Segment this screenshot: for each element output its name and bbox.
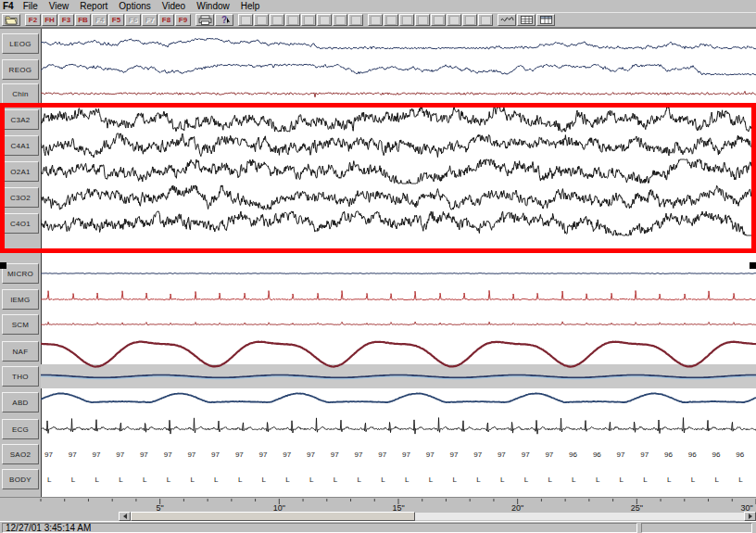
body-position-value: L bbox=[381, 476, 385, 484]
disabled-tool-icon bbox=[335, 16, 346, 25]
disabled-tool-button bbox=[462, 14, 477, 26]
disabled-tool-icon bbox=[449, 16, 460, 25]
disabled-tool-icon bbox=[371, 16, 381, 25]
open-file-button[interactable] bbox=[2, 14, 20, 26]
menu-video[interactable]: Video bbox=[157, 1, 191, 11]
disabled-tool-button bbox=[415, 14, 430, 26]
svg-text:?: ? bbox=[221, 15, 227, 25]
disabled-tool-button bbox=[254, 14, 269, 26]
disabled-tool-button bbox=[478, 14, 493, 26]
body-position-value: L bbox=[667, 476, 672, 484]
disabled-tool-button bbox=[431, 14, 446, 26]
channel-label-leog[interactable]: LEOG bbox=[2, 33, 39, 54]
time-tick-label: 20" bbox=[511, 503, 523, 512]
channel-label-body[interactable]: BODY bbox=[2, 469, 39, 489]
channel-label-micro[interactable]: MICRO bbox=[2, 263, 39, 284]
body-position-value: L bbox=[572, 476, 576, 484]
fkey-button-f4[interactable]: F4 bbox=[92, 14, 107, 26]
sao2-value: 97 bbox=[44, 451, 53, 459]
right-arrow-icon bbox=[749, 514, 752, 519]
body-position-value: L bbox=[453, 476, 458, 484]
body-position-value: L bbox=[190, 476, 195, 484]
channel-label-reog[interactable]: REOG bbox=[2, 59, 39, 80]
menu-view[interactable]: View bbox=[44, 1, 75, 11]
print-button[interactable] bbox=[195, 14, 214, 26]
menu-options[interactable]: Options bbox=[113, 1, 156, 11]
disabled-tool-button bbox=[301, 14, 316, 26]
channel-label-c3a2[interactable]: C3A2 bbox=[2, 109, 39, 130]
help-button[interactable]: ? bbox=[215, 14, 233, 26]
print-icon bbox=[198, 15, 212, 25]
fkey-button-fb[interactable]: FB bbox=[75, 14, 91, 26]
channel-label-scm[interactable]: SCM bbox=[2, 314, 39, 335]
menu-report[interactable]: Report bbox=[74, 1, 113, 11]
waveform-button[interactable] bbox=[498, 14, 516, 26]
channel-label-ecg[interactable]: ECG bbox=[2, 419, 39, 439]
fkey-button-f8[interactable]: F8 bbox=[158, 14, 174, 26]
body-position-value: L bbox=[167, 476, 171, 484]
disabled-tool-icon bbox=[320, 16, 330, 25]
horizontal-scrollbar[interactable] bbox=[0, 512, 756, 521]
body-position-value: L bbox=[715, 476, 720, 484]
sao2-value: 97 bbox=[473, 451, 482, 459]
body-position-value: L bbox=[214, 476, 219, 484]
disabled-tool-button bbox=[285, 14, 300, 26]
fkey-button-f7[interactable]: F7 bbox=[142, 14, 158, 26]
body-position-value: L bbox=[643, 476, 648, 484]
body-position-value: L bbox=[500, 476, 505, 484]
menu-file[interactable]: File bbox=[18, 1, 44, 11]
channel-label-tho[interactable]: THO bbox=[2, 366, 39, 387]
body-position-value: L bbox=[738, 476, 743, 484]
channel-label-c4o1[interactable]: C4O1 bbox=[2, 213, 39, 234]
menu-window[interactable]: Window bbox=[191, 1, 235, 11]
channel-label-abd[interactable]: ABD bbox=[2, 392, 39, 412]
grid-icon bbox=[520, 15, 534, 25]
sao2-value: 97 bbox=[522, 451, 530, 459]
body-position-value: L bbox=[119, 476, 123, 484]
scroll-right-button[interactable] bbox=[744, 512, 756, 521]
sao2-value: 96 bbox=[664, 451, 673, 459]
fkey-button-f5[interactable]: F5 bbox=[108, 14, 124, 26]
menu-help[interactable]: Help bbox=[235, 1, 266, 11]
time-tick-label: 15" bbox=[392, 503, 404, 512]
sao2-value: 96 bbox=[736, 451, 744, 459]
fkey-button-f6[interactable]: F6 bbox=[125, 14, 141, 26]
table-button[interactable] bbox=[536, 14, 555, 26]
fkey-button-fh[interactable]: FH bbox=[42, 14, 57, 26]
channel-label-c3o2[interactable]: C3O2 bbox=[2, 187, 39, 208]
disabled-tool-button bbox=[447, 14, 461, 26]
psg-viewer-window: F4 FileViewReportOptionsVideoWindowHelp … bbox=[0, 0, 756, 533]
status-bar: 12/27/01 3:45:14 AM bbox=[0, 521, 756, 533]
channel-label-c4a1[interactable]: C4A1 bbox=[2, 135, 39, 156]
fkey-button-f2[interactable]: F2 bbox=[25, 14, 41, 26]
sao2-value: 97 bbox=[116, 451, 124, 459]
channel-label-naf[interactable]: NAF bbox=[2, 341, 39, 362]
channel-label-lemg[interactable]: lEMG bbox=[2, 289, 39, 310]
sao2-value: 97 bbox=[331, 451, 339, 459]
grid-button[interactable] bbox=[517, 14, 536, 26]
sao2-value: 97 bbox=[355, 451, 363, 459]
sao2-value: 97 bbox=[211, 451, 220, 459]
channel-label-chin[interactable]: Chin bbox=[2, 83, 39, 104]
disabled-tool-button bbox=[238, 14, 253, 26]
scrollbar-thumb[interactable] bbox=[131, 512, 415, 521]
sao2-value: 97 bbox=[259, 451, 268, 459]
trace-area: 9797979797979797979797979797979797979797… bbox=[0, 28, 756, 497]
body-position-value: L bbox=[524, 476, 529, 484]
channel-label-sao2[interactable]: SAO2 bbox=[2, 444, 39, 464]
event-marker-left[interactable] bbox=[0, 262, 6, 269]
time-tick-label: 5" bbox=[157, 503, 164, 512]
disabled-tool-icon bbox=[418, 16, 428, 25]
disabled-tool-icon bbox=[402, 16, 412, 25]
menu-bar: F4 FileViewReportOptionsVideoWindowHelp bbox=[0, 0, 756, 12]
scroll-left-button[interactable] bbox=[119, 512, 131, 521]
disabled-tool-button bbox=[384, 14, 398, 26]
sao2-value: 97 bbox=[402, 451, 410, 459]
disabled-tool-button bbox=[348, 14, 363, 26]
sao2-value: 97 bbox=[617, 451, 625, 459]
system-menu-label[interactable]: F4 bbox=[0, 1, 18, 11]
fkey-button-f3[interactable]: F3 bbox=[58, 14, 74, 26]
channel-label-o2a1[interactable]: O2A1 bbox=[2, 161, 39, 182]
status-spacer bbox=[641, 523, 752, 533]
fkey-button-f9[interactable]: F9 bbox=[175, 14, 191, 26]
